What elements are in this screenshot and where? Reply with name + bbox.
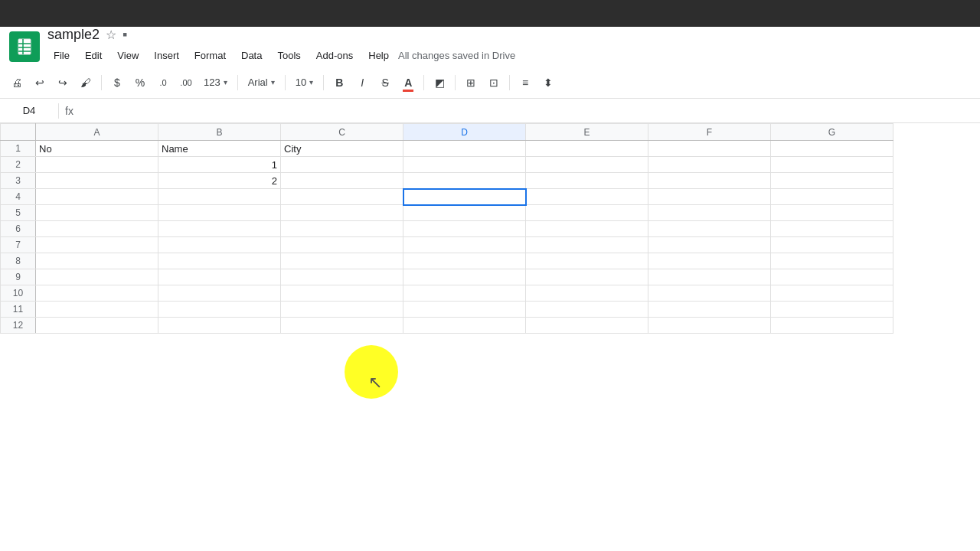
cell-F4[interactable] (648, 189, 771, 205)
decimal-decrease-button[interactable]: .0 (152, 72, 174, 93)
cell-A6[interactable] (36, 221, 158, 237)
cell-D4[interactable] (403, 189, 526, 205)
cell-D1[interactable] (403, 141, 526, 157)
cell-D12[interactable] (403, 318, 526, 334)
menu-format[interactable]: Format (188, 47, 232, 64)
cell-D7[interactable] (403, 237, 526, 253)
menu-data[interactable]: Data (235, 47, 268, 64)
cell-G4[interactable] (771, 189, 893, 205)
cell-E12[interactable] (526, 318, 648, 334)
cell-B5[interactable] (158, 205, 281, 221)
cell-F9[interactable] (648, 269, 771, 285)
cell-C9[interactable] (281, 269, 403, 285)
header-col-c[interactable]: C (281, 124, 403, 141)
cell-E8[interactable] (526, 253, 648, 269)
cell-C8[interactable] (281, 253, 403, 269)
cell-G8[interactable] (771, 253, 893, 269)
cell-D3[interactable] (403, 173, 526, 189)
cell-C3[interactable] (281, 173, 403, 189)
cell-D2[interactable] (403, 157, 526, 173)
cell-C6[interactable] (281, 221, 403, 237)
cell-B10[interactable] (158, 285, 281, 302)
header-col-a[interactable]: A (36, 124, 158, 141)
cell-F11[interactable] (648, 302, 771, 318)
cell-A1[interactable]: No (36, 141, 158, 157)
cell-E9[interactable] (526, 269, 648, 285)
cell-D6[interactable] (403, 221, 526, 237)
bold-button[interactable]: B (328, 72, 350, 93)
cell-A9[interactable] (36, 269, 158, 285)
cell-B4[interactable] (158, 189, 281, 205)
decimal-increase-button[interactable]: .00 (175, 72, 197, 93)
halign-button[interactable]: ≡ (514, 72, 536, 93)
cell-C10[interactable] (281, 285, 403, 302)
cell-A3[interactable] (36, 173, 158, 189)
cell-E4[interactable] (526, 189, 648, 205)
cell-E11[interactable] (526, 302, 648, 318)
star-icon[interactable]: ☆ (106, 28, 116, 42)
cell-G2[interactable] (771, 157, 893, 173)
cell-E5[interactable] (526, 205, 648, 221)
cell-D9[interactable] (403, 269, 526, 285)
header-col-e[interactable]: E (526, 124, 648, 141)
header-col-g[interactable]: G (771, 124, 893, 141)
font-size-dropdown[interactable]: 10 ▾ (290, 72, 318, 93)
cell-E2[interactable] (526, 157, 648, 173)
cell-B8[interactable] (158, 253, 281, 269)
more-formats-dropdown[interactable]: 123 ▾ (198, 72, 233, 93)
cell-F8[interactable] (648, 253, 771, 269)
percent-button[interactable]: % (129, 72, 151, 93)
font-color-button[interactable]: A (397, 72, 419, 93)
header-col-d[interactable]: D (403, 124, 526, 141)
cell-F3[interactable] (648, 173, 771, 189)
folder-icon[interactable]: ▪ (122, 27, 127, 43)
cell-G11[interactable] (771, 302, 893, 318)
cell-A7[interactable] (36, 237, 158, 253)
cell-A12[interactable] (36, 318, 158, 334)
cell-C4[interactable] (281, 189, 403, 205)
cell-B1[interactable]: Name (158, 141, 281, 157)
cell-F6[interactable] (648, 221, 771, 237)
menu-help[interactable]: Help (362, 47, 395, 64)
cell-C12[interactable] (281, 318, 403, 334)
cell-C5[interactable] (281, 205, 403, 221)
menu-view[interactable]: View (111, 47, 145, 64)
cell-A11[interactable] (36, 302, 158, 318)
cell-reference[interactable]: D4 (6, 105, 52, 116)
cell-G1[interactable] (771, 141, 893, 157)
font-dropdown[interactable]: Arial ▾ (243, 72, 280, 93)
cell-F7[interactable] (648, 237, 771, 253)
fill-color-button[interactable]: ◩ (429, 72, 450, 93)
cell-E7[interactable] (526, 237, 648, 253)
cell-D10[interactable] (403, 285, 526, 302)
cell-B3[interactable]: 2 (158, 173, 281, 189)
menu-file[interactable]: File (47, 47, 76, 64)
print-button[interactable]: 🖨 (6, 72, 28, 93)
cell-A4[interactable] (36, 189, 158, 205)
cell-F5[interactable] (648, 205, 771, 221)
cell-B2[interactable]: 1 (158, 157, 281, 173)
redo-button[interactable]: ↪ (52, 72, 74, 93)
menu-insert[interactable]: Insert (148, 47, 185, 64)
borders-button[interactable]: ⊞ (460, 72, 482, 93)
cell-E10[interactable] (526, 285, 648, 302)
cell-G12[interactable] (771, 318, 893, 334)
menu-addons[interactable]: Add-ons (310, 47, 359, 64)
cell-B7[interactable] (158, 237, 281, 253)
cell-B12[interactable] (158, 318, 281, 334)
cell-G7[interactable] (771, 237, 893, 253)
menu-tools[interactable]: Tools (271, 47, 306, 64)
cell-C2[interactable] (281, 157, 403, 173)
header-col-b[interactable]: B (158, 124, 281, 141)
cell-G3[interactable] (771, 173, 893, 189)
cell-A5[interactable] (36, 205, 158, 221)
cell-F12[interactable] (648, 318, 771, 334)
cell-D11[interactable] (403, 302, 526, 318)
italic-button[interactable]: I (351, 72, 373, 93)
cell-G5[interactable] (771, 205, 893, 221)
cell-A2[interactable] (36, 157, 158, 173)
formula-input[interactable] (80, 105, 974, 116)
header-col-f[interactable]: F (648, 124, 771, 141)
strikethrough-button[interactable]: S (374, 72, 396, 93)
cell-G6[interactable] (771, 221, 893, 237)
